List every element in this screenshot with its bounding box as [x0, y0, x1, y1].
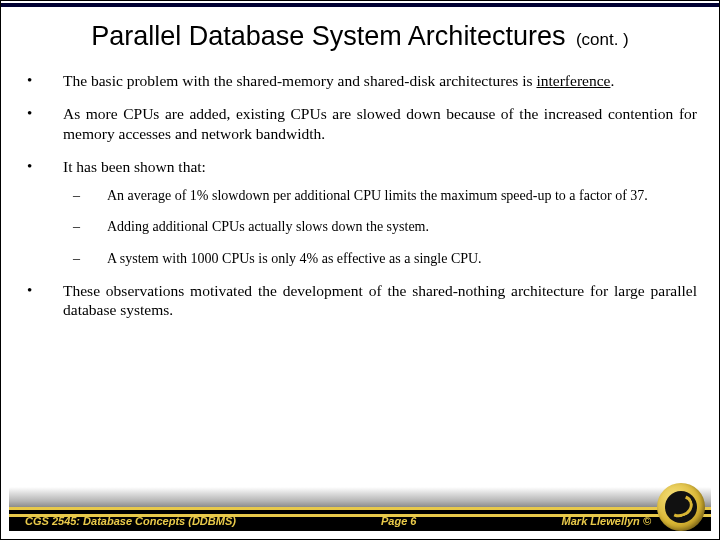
- sub-bullet-text: An average of 1% slowdown per additional…: [107, 188, 648, 203]
- sub-bullet-text: A system with 1000 CPUs is only 4% as ef…: [107, 251, 482, 266]
- title-suffix: (cont. ): [576, 30, 629, 49]
- bullet-item: The basic problem with the shared-memory…: [23, 71, 697, 90]
- bullet-text: .: [610, 72, 614, 89]
- footer-text: CGS 2545: Database Concepts (DDBMS) Page…: [9, 511, 711, 531]
- footer-page: Page 6: [236, 515, 562, 527]
- bullet-text: The basic problem with the shared-memory…: [63, 72, 536, 89]
- footer: CGS 2545: Database Concepts (DDBMS) Page…: [9, 487, 711, 531]
- bullet-list: The basic problem with the shared-memory…: [23, 71, 697, 320]
- bullet-item: As more CPUs are added, existing CPUs ar…: [23, 104, 697, 143]
- sub-bullet-list: An average of 1% slowdown per additional…: [63, 187, 697, 268]
- sub-bullet-item: Adding additional CPUs actually slows do…: [63, 218, 697, 236]
- bullet-text: It has been shown that:: [63, 158, 206, 175]
- keyword-interference: interference: [536, 72, 610, 89]
- bullet-item: It has been shown that: An average of 1%…: [23, 157, 697, 267]
- footer-course: CGS 2545: Database Concepts (DDBMS): [25, 515, 236, 527]
- title-main: Parallel Database System Architectures: [91, 21, 565, 51]
- footer-gradient: [9, 487, 711, 507]
- sub-bullet-item: A system with 1000 CPUs is only 4% as ef…: [63, 250, 697, 268]
- sub-bullet-item: An average of 1% slowdown per additional…: [63, 187, 697, 205]
- sub-bullet-text: Adding additional CPUs actually slows do…: [107, 219, 429, 234]
- bullet-text: As more CPUs are added, existing CPUs ar…: [63, 105, 697, 141]
- slide: Parallel Database System Architectures (…: [0, 0, 720, 540]
- footer-author: Mark Llewellyn ©: [562, 515, 651, 527]
- ucf-logo: [657, 483, 705, 531]
- content-area: The basic problem with the shared-memory…: [23, 71, 697, 469]
- bullet-text: These observations motivated the develop…: [63, 282, 697, 318]
- bullet-item: These observations motivated the develop…: [23, 281, 697, 320]
- slide-title: Parallel Database System Architectures (…: [1, 21, 719, 52]
- top-rule: [1, 3, 719, 7]
